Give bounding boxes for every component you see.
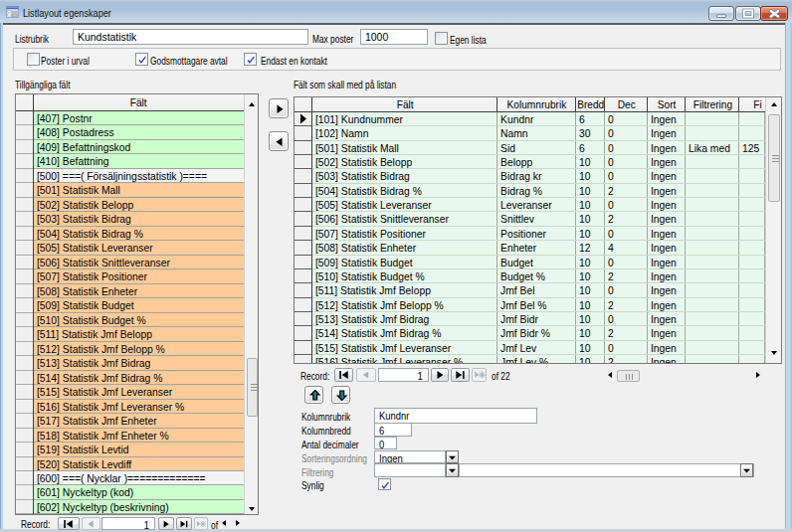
previous-record-button[interactable]	[356, 368, 376, 382]
list-item[interactable]: [512] Statistik Jmf Belopp %	[16, 342, 244, 356]
cell-sort[interactable]: Ingen	[648, 298, 686, 312]
first-record-button[interactable]	[58, 517, 80, 530]
cell-kolumnrubrik[interactable]: Sid	[497, 141, 576, 155]
row-selector[interactable]	[295, 141, 312, 155]
max-poster-input[interactable]: 1000	[360, 29, 428, 45]
cell-dec[interactable]: 0	[605, 141, 648, 155]
cell-kolumnrubrik[interactable]: Jmf Bidr	[497, 312, 576, 326]
remove-field-button[interactable]	[269, 131, 289, 151]
scroll-down-icon[interactable]	[249, 507, 255, 511]
cell-sort[interactable]: Ingen	[648, 212, 686, 227]
row-selector[interactable]	[295, 241, 312, 256]
cell-dec[interactable]: 0	[605, 155, 648, 169]
cell-sort[interactable]: Ingen	[648, 256, 686, 269]
cell-fi[interactable]	[739, 256, 765, 269]
cell-sort[interactable]: Ingen	[648, 355, 686, 363]
cell-kolumnrubrik[interactable]: Belopp	[497, 155, 576, 169]
row-selector[interactable]	[16, 443, 34, 457]
row-selector[interactable]	[16, 429, 34, 443]
row-selector[interactable]	[295, 212, 312, 227]
list-item[interactable]: [516] Statistik Jmf Leveranser %	[16, 400, 244, 414]
table-row[interactable]: [512] Statistik Jmf Belopp %Jmf Bel %102…	[295, 298, 765, 312]
cell-dec[interactable]: 2	[605, 326, 648, 341]
cell-falt[interactable]: [516] Statistik Jmf Leveranser %	[312, 355, 498, 363]
row-selector[interactable]	[295, 126, 312, 141]
filtrering-value-combo[interactable]	[459, 463, 754, 477]
maximize-button[interactable]	[735, 6, 761, 21]
row-selector[interactable]	[295, 256, 312, 269]
table-row[interactable]: [511] Statistik Jmf BeloppJmf Bel100Inge…	[295, 283, 765, 298]
table-row[interactable]: [504] Statistik Bidrag %Bidrag %102Ingen	[295, 184, 765, 198]
add-field-button[interactable]	[269, 98, 289, 118]
list-item[interactable]: [508] Statistik Enheter	[16, 284, 244, 298]
cell-sort[interactable]: Ingen	[648, 241, 686, 256]
cell-sort[interactable]: Ingen	[648, 184, 686, 198]
table-row[interactable]: [101] KundnummerKundnr60Ingen	[295, 112, 765, 126]
list-item[interactable]: [408] Postadress	[16, 125, 244, 140]
cell-filtrering[interactable]	[686, 256, 739, 269]
cell-fi[interactable]	[739, 212, 765, 227]
cell-fi[interactable]	[739, 283, 765, 298]
cell-bredd[interactable]: 30	[576, 126, 606, 141]
list-item[interactable]: [514] Statistik Jmf Bidrag %	[16, 371, 244, 385]
cell-dec[interactable]: 0	[605, 283, 648, 298]
row-selector[interactable]	[295, 112, 312, 126]
cell-kolumnrubrik[interactable]: Bidrag %	[497, 184, 576, 198]
cell-falt[interactable]: [507] Statistik Positioner	[312, 227, 498, 241]
cell-kolumnrubrik[interactable]: Budget	[497, 256, 576, 269]
listrubrik-input[interactable]: Kundstatistik	[73, 29, 308, 45]
row-selector[interactable]	[16, 198, 34, 212]
list-item[interactable]: [407] Postnr	[16, 111, 244, 125]
cell-fi[interactable]	[739, 227, 765, 241]
cell-fi[interactable]	[739, 184, 765, 198]
row-selector[interactable]	[16, 212, 34, 227]
cell-dec[interactable]: 4	[605, 241, 648, 256]
cell-bredd[interactable]: 6	[576, 141, 606, 155]
cell-bredd[interactable]: 12	[576, 241, 606, 256]
row-selector[interactable]	[16, 457, 34, 471]
cell-filtrering[interactable]	[686, 269, 739, 283]
cell-dec[interactable]: 0	[605, 112, 648, 126]
list-item[interactable]: [500] ===( Försäljningsstatistik )====	[16, 169, 244, 183]
cell-bredd[interactable]: 10	[576, 355, 606, 363]
row-selector[interactable]	[16, 500, 34, 514]
cell-bredd[interactable]: 10	[576, 198, 606, 212]
cell-dec[interactable]: 2	[605, 212, 648, 227]
cell-filtrering[interactable]	[686, 227, 739, 241]
table-row[interactable]: [515] Statistik Jmf LeveranserJmf Lev100…	[295, 341, 765, 355]
cell-bredd[interactable]: 10	[576, 326, 606, 341]
row-selector[interactable]	[16, 342, 34, 356]
cell-sort[interactable]: Ingen	[648, 312, 686, 326]
close-button[interactable]	[760, 6, 788, 21]
row-selector[interactable]	[295, 355, 312, 363]
cell-dec[interactable]: 0	[605, 126, 648, 141]
table-row[interactable]: [102] NamnNamn300Ingen	[295, 126, 765, 141]
last-record-button[interactable]	[176, 517, 192, 530]
previous-record-button[interactable]	[82, 517, 100, 530]
row-selector[interactable]	[295, 298, 312, 312]
cell-fi[interactable]	[739, 312, 765, 326]
cell-dec[interactable]: 2	[605, 355, 648, 363]
cell-kolumnrubrik[interactable]: Bidrag kr	[497, 169, 576, 184]
cell-fi[interactable]	[739, 112, 765, 126]
row-selector[interactable]	[16, 471, 34, 485]
cell-kolumnrubrik[interactable]: Snittlev	[497, 212, 576, 227]
cell-sort[interactable]: Ingen	[648, 227, 686, 241]
list-item[interactable]: [504] Statistik Bidrag %	[16, 227, 244, 241]
list-item[interactable]: [517] Statistik Jmf Enheter	[16, 414, 244, 429]
cell-fi[interactable]	[739, 126, 765, 141]
row-selector[interactable]	[16, 154, 34, 169]
cell-bredd[interactable]: 10	[576, 184, 606, 198]
cell-kolumnrubrik[interactable]: Leveranser	[497, 198, 576, 212]
cell-bredd[interactable]: 10	[576, 155, 606, 169]
cell-fi[interactable]	[739, 326, 765, 341]
cell-fi[interactable]: 125	[739, 141, 765, 155]
mini-scroll-left-icon[interactable]	[222, 520, 226, 526]
cell-kolumnrubrik[interactable]: Jmf Lev	[497, 341, 576, 355]
table-row[interactable]: [506] Statistik SnittleveranserSnittlev1…	[295, 212, 765, 227]
table-row[interactable]: [514] Statistik Jmf Bidrag %Jmf Bidr %10…	[295, 326, 765, 341]
cell-bredd[interactable]: 10	[576, 312, 606, 326]
scrollbar-thumb[interactable]	[617, 370, 640, 382]
egen-lista-checkbox[interactable]	[435, 32, 448, 45]
cell-kolumnrubrik[interactable]: Jmf Bel	[497, 283, 576, 298]
